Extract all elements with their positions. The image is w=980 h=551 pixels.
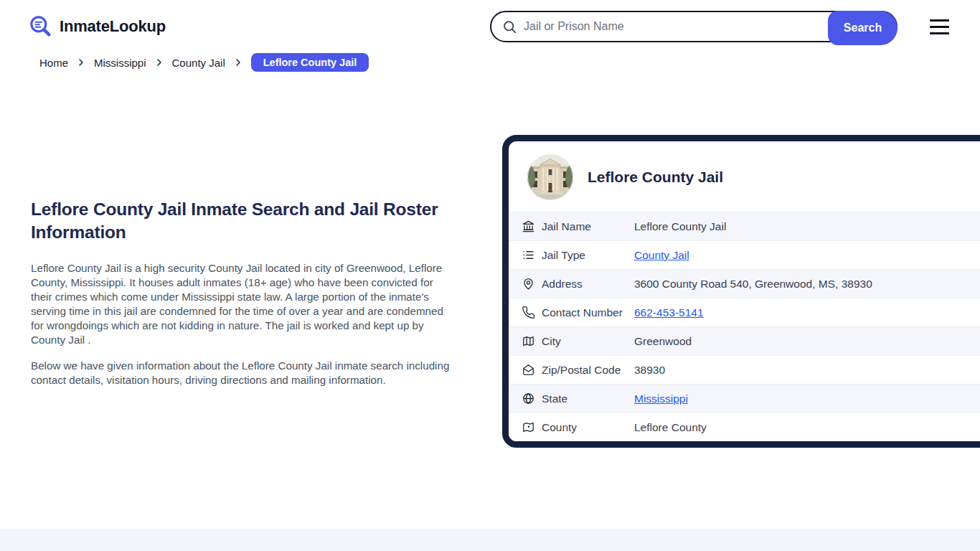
jail-card-title: Leflore County Jail [588,169,723,186]
jail-info-row: Address 3600 County Road 540, Greenwood,… [509,269,980,298]
site-logo[interactable]: InmateLookup [29,14,166,39]
breadcrumb-home[interactable]: Home [39,57,68,69]
info-value-link[interactable]: County Jail [634,249,689,262]
magnifier-document-icon [29,14,53,39]
info-label: City [542,335,634,348]
info-label: Address [542,278,634,291]
jail-info-row: County Leflore County [509,413,980,441]
search-button[interactable]: Search [828,11,897,45]
jail-info-row: Jail Name Leflore County Jail [509,212,980,240]
jail-info-row: Zip/Postal Code 38930 [509,355,980,384]
jail-info-row: State Mississippi [509,384,980,413]
jail-info-row: Jail Type County Jail [509,240,980,269]
list-icon [522,248,542,262]
jail-info-row: Contact Number 662-453-5141 [509,298,980,326]
breadcrumb-state[interactable]: Mississippi [94,57,146,69]
info-label: County [542,421,634,434]
logo-text: InmateLookup [60,17,166,36]
jail-info-rows: Jail Name Leflore County Jail Jail Type … [509,212,980,441]
info-label: Jail Type [542,249,634,262]
info-label: State [542,392,634,405]
globe-icon [522,392,542,405]
info-value-link[interactable]: Mississippi [634,392,688,405]
info-value: Leflore County [634,421,707,434]
breadcrumb-current-badge[interactable]: Leflore County Jail [251,53,369,72]
breadcrumb-jail-type[interactable]: County Jail [172,57,225,69]
info-value: Leflore County Jail [634,220,726,233]
jail-card-header: Leflore County Jail [509,141,980,212]
map-pin-icon [522,277,542,291]
info-label: Jail Name [542,220,634,233]
page-title: Leflore County Jail Inmate Search and Ja… [31,198,456,244]
menu-icon[interactable] [930,19,949,34]
info-label: Zip/Postal Code [542,364,634,377]
search-icon [502,19,517,34]
chevron-right-icon [155,58,164,67]
breadcrumb: Home Mississippi County Jail Leflore Cou… [39,53,369,72]
article: Leflore County Jail Inmate Search and Ja… [31,198,456,399]
footer-band [0,529,980,551]
chevron-right-icon [77,58,85,67]
info-value: 38930 [634,364,665,377]
map-icon [522,334,542,348]
info-label: Contact Number [542,306,634,319]
article-paragraph: Leflore County Jail is a high security C… [31,261,456,347]
article-paragraph: Below we have given information about th… [31,359,456,387]
jail-info-card: Leflore County Jail Jail Name Leflore Co… [502,135,980,448]
search-bar: Search [490,11,897,42]
info-value: 3600 County Road 540, Greenwood, MS, 389… [634,278,872,291]
info-value-link[interactable]: 662-453-5141 [634,306,704,319]
bank-icon [522,220,542,233]
county-map-icon [522,420,542,434]
chevron-right-icon [234,58,242,67]
info-value: Greenwood [634,335,692,348]
phone-icon [522,306,542,319]
jail-photo [527,154,574,201]
jail-info-row: City Greenwood [509,326,980,355]
envelope-open-icon [522,363,542,377]
